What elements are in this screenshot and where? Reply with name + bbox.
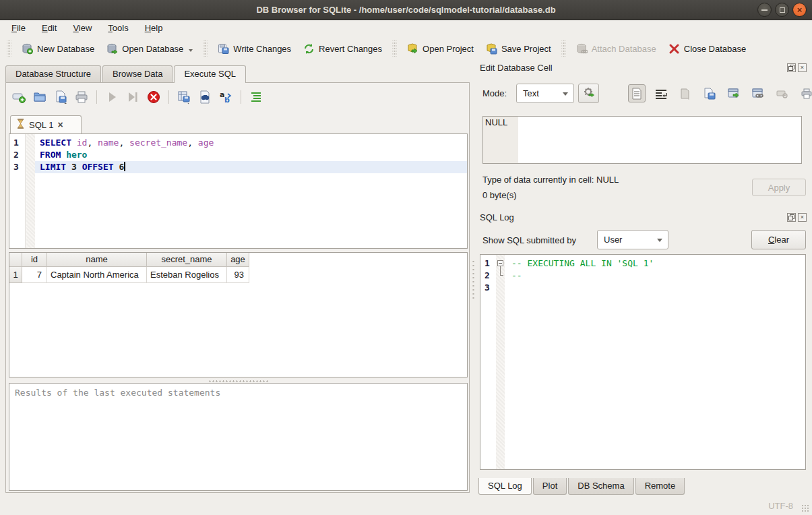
- save-project-button[interactable]: Save Project: [480, 40, 557, 58]
- open-database-button[interactable]: Open Database: [100, 40, 199, 58]
- menu-tools[interactable]: Tools: [100, 21, 135, 35]
- toolbar-separator: [561, 40, 566, 57]
- menu-file[interactable]: File: [4, 21, 33, 35]
- column-header-id[interactable]: id: [22, 253, 47, 267]
- open-project-button[interactable]: Open Project: [401, 40, 480, 58]
- sql-document-tab[interactable]: SQL 1 ×: [10, 115, 82, 133]
- text-cursor: [124, 162, 125, 171]
- cell-name[interactable]: Captain North America: [47, 267, 147, 283]
- save-results-icon[interactable]: [177, 90, 191, 104]
- edit-cell-panel-title: Edit Database Cell: [480, 63, 553, 73]
- corner-header[interactable]: [9, 253, 22, 267]
- mode-select[interactable]: Text: [516, 84, 574, 103]
- print-cell-icon[interactable]: [798, 84, 812, 102]
- chevron-down-icon: [563, 92, 568, 96]
- revert-changes-icon: [303, 43, 315, 55]
- save-project-label: Save Project: [501, 44, 551, 54]
- tab-db-schema[interactable]: DB Schema: [568, 478, 633, 495]
- sql-editor[interactable]: 1 2 3 SELECT id, name, secret_name, age …: [9, 133, 468, 249]
- close-button[interactable]: ×: [792, 3, 807, 17]
- cell-type-info: Type of data currently in cell: NULL: [482, 175, 619, 185]
- mode-label: Mode:: [482, 88, 507, 98]
- menu-edit[interactable]: Edit: [34, 21, 64, 35]
- line-number-gutter: 1 2 3: [9, 134, 26, 248]
- float-panel-icon[interactable]: [787, 63, 796, 72]
- results-grid[interactable]: id name secret_name age 1 7 Captain Nort…: [9, 252, 468, 377]
- find-icon[interactable]: [197, 90, 212, 104]
- vertical-splitter[interactable]: [472, 260, 475, 300]
- maximize-icon: [780, 7, 785, 13]
- tab-browse-data[interactable]: Browse Data: [102, 65, 173, 82]
- attach-database-button: Attach Database: [570, 40, 662, 58]
- toolbar-separator: [168, 90, 169, 104]
- chevron-down-icon: [657, 239, 662, 242]
- save-sql-file-icon[interactable]: [53, 90, 68, 104]
- log-filter-select[interactable]: User: [597, 230, 668, 249]
- edit-cell-dock-buttons: ×: [787, 63, 807, 72]
- cell-age[interactable]: 93: [227, 267, 249, 283]
- cell-value-editor[interactable]: NULL: [482, 116, 802, 164]
- menu-view[interactable]: View: [65, 21, 99, 35]
- line-number: 1: [485, 258, 495, 270]
- cell-id[interactable]: 7: [22, 267, 47, 283]
- tab-execute-sql[interactable]: Execute SQL: [174, 65, 246, 83]
- code-area[interactable]: SELECT id, name, secret_name, age FROM h…: [35, 134, 467, 248]
- open-sql-file-icon[interactable]: [32, 90, 47, 104]
- print-sql-icon[interactable]: [74, 90, 89, 104]
- sql-log-panel-title: SQL Log: [480, 212, 514, 222]
- open-external-icon[interactable]: [725, 84, 743, 102]
- new-database-button[interactable]: New Database: [15, 40, 100, 58]
- encoding-indicator[interactable]: UTF-8: [768, 501, 793, 511]
- log-filter-label: Show SQL submitted by: [482, 235, 576, 245]
- log-line-2: --: [505, 270, 805, 282]
- revert-changes-button[interactable]: Revert Changes: [297, 40, 388, 58]
- write-changes-label: Write Changes: [233, 44, 291, 54]
- link-data-icon[interactable]: [749, 84, 767, 102]
- float-panel-icon[interactable]: [787, 213, 796, 222]
- clear-log-button[interactable]: Clear: [751, 230, 806, 249]
- code-line-1: SELECT id, name, secret_name, age: [35, 137, 467, 149]
- close-database-button[interactable]: Close Database: [662, 40, 753, 58]
- column-header-secret-name[interactable]: secret_name: [147, 253, 227, 267]
- format-sql-icon[interactable]: [249, 90, 263, 104]
- menu-help[interactable]: Help: [137, 21, 170, 35]
- bottom-tab-bar: SQL Log Plot DB Schema Remote: [478, 478, 686, 495]
- mode-value: Text: [523, 88, 539, 98]
- auto-mode-button[interactable]: [578, 84, 599, 103]
- resize-grip[interactable]: [801, 504, 810, 513]
- tab-database-structure[interactable]: Database Structure: [5, 65, 101, 82]
- close-panel-icon[interactable]: ×: [798, 213, 807, 222]
- sql-tab-close-icon[interactable]: ×: [57, 119, 63, 130]
- open-database-dropdown-arrow[interactable]: [189, 49, 193, 52]
- sql-log-editor[interactable]: 1 2 3 -- EXECUTING ALL IN 'SQL 1' --: [480, 254, 806, 470]
- tab-remote[interactable]: Remote: [635, 478, 685, 495]
- fold-collapse-icon[interactable]: [497, 260, 503, 266]
- close-database-icon: [668, 43, 680, 55]
- word-wrap-icon[interactable]: [652, 84, 670, 102]
- sql-log-dock-buttons: ×: [787, 213, 807, 222]
- main-tab-bar: Database Structure Browse Data Execute S…: [5, 65, 247, 83]
- text-mode-icon[interactable]: [628, 84, 646, 102]
- minimize-button[interactable]: [757, 3, 772, 17]
- set-null-icon: [774, 84, 791, 102]
- tab-sql-log[interactable]: SQL Log: [478, 478, 532, 495]
- log-fold-margin: [496, 255, 505, 469]
- write-changes-button[interactable]: Write Changes: [212, 40, 297, 58]
- log-content: -- EXECUTING ALL IN 'SQL 1' --: [505, 255, 805, 469]
- column-header-name[interactable]: name: [47, 253, 147, 267]
- close-panel-icon[interactable]: ×: [798, 63, 807, 72]
- import-data-icon: [677, 84, 694, 102]
- export-data-icon[interactable]: [701, 84, 718, 102]
- stop-icon[interactable]: [146, 90, 161, 104]
- apply-button: Apply: [752, 179, 806, 196]
- open-sql-tab-icon[interactable]: [11, 90, 26, 104]
- maximize-button[interactable]: [775, 3, 789, 17]
- find-replace-icon[interactable]: ab: [218, 90, 233, 104]
- results-header-row: id name secret_name age: [9, 253, 467, 267]
- row-header[interactable]: 1: [9, 267, 22, 283]
- fold-line: [500, 266, 501, 272]
- tab-plot[interactable]: Plot: [533, 478, 567, 495]
- cell-secret-name[interactable]: Esteban Rogelios: [147, 267, 227, 283]
- column-header-age[interactable]: age: [227, 253, 249, 267]
- execute-all-icon: [104, 90, 119, 104]
